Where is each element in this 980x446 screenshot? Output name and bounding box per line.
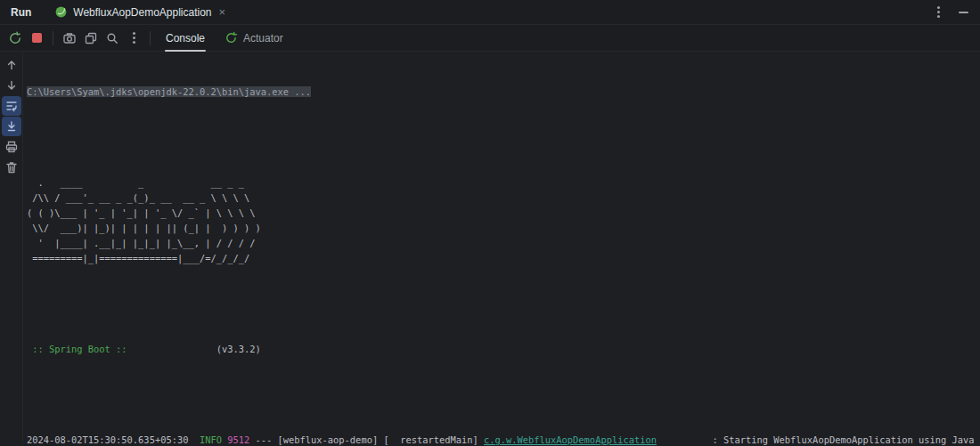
camera-icon	[62, 31, 77, 45]
log-timestamp: 2024-08-02T15:30:50.635+05:30	[27, 434, 188, 445]
spring-banner: . ____ _ __ _ _ /\\ / ___'_ __ _ _(_)_ _…	[27, 175, 980, 266]
panel-title: Run	[11, 6, 31, 19]
more-toolbar-options-button[interactable]	[124, 28, 143, 48]
run-config-tab[interactable]: WebfluxAopDemoApplication ×	[47, 0, 233, 24]
log-lines: 2024-08-02T15:30:50.635+05:30 INFO 9512 …	[27, 433, 980, 446]
tab-actuator[interactable]: Actuator	[216, 25, 292, 51]
print-button[interactable]	[2, 137, 21, 157]
stop-button[interactable]	[27, 28, 46, 48]
logger-link[interactable]: c.g.w.WebfluxAopDemoApplication	[484, 434, 657, 445]
rerun-icon	[8, 31, 22, 45]
console-scroll-area[interactable]: C:\Users\Syam\.jdks\openjdk-22.0.2\bin\j…	[23, 52, 980, 446]
search-console-button[interactable]	[102, 28, 122, 48]
minimize-icon	[959, 12, 968, 13]
spring-boot-version: (v3.3.2)	[216, 344, 261, 354]
restore-layout-button[interactable]	[81, 28, 101, 48]
console-panel: C:\Users\Syam\.jdks\openjdk-22.0.2\bin\j…	[0, 52, 980, 446]
arrow-down-icon	[4, 78, 19, 93]
scroll-to-end-icon	[4, 119, 19, 134]
hide-panel-button[interactable]	[953, 3, 973, 22]
down-stack-trace-button[interactable]	[2, 76, 21, 95]
kebab-menu-icon	[937, 11, 940, 13]
close-tab-icon[interactable]: ×	[219, 5, 226, 19]
run-toolbar: Console Actuator	[0, 25, 980, 52]
tab-actuator-label: Actuator	[243, 32, 283, 45]
scroll-to-end-button[interactable]	[2, 117, 21, 136]
tab-console-label: Console	[166, 32, 205, 45]
spring-boot-icon	[54, 5, 68, 19]
run-tab-label: WebfluxAopDemoApplication	[73, 6, 211, 19]
toolbar-separator	[150, 31, 151, 45]
trash-icon	[4, 160, 19, 174]
search-icon	[105, 31, 119, 45]
up-stack-trace-button[interactable]	[2, 55, 21, 75]
tab-console[interactable]: Console	[157, 25, 214, 51]
rerun-button[interactable]	[5, 28, 25, 48]
log-level: INFO	[200, 434, 222, 445]
thread-dump-button[interactable]	[60, 28, 79, 48]
console-output: C:\Users\Syam\.jdks\openjdk-22.0.2\bin\j…	[27, 54, 980, 446]
run-panel-header: Run WebfluxAopDemoApplication ×	[0, 0, 980, 25]
arrow-up-icon	[4, 58, 19, 72]
spring-boot-label: :: Spring Boot ::	[32, 344, 127, 354]
panel-options-button[interactable]	[928, 3, 948, 22]
log-pid: 9512	[227, 434, 249, 445]
soft-wrap-icon	[4, 99, 19, 113]
kebab-menu-icon	[133, 36, 135, 39]
soft-wrap-button[interactable]	[2, 96, 21, 116]
console-gutter	[0, 52, 23, 446]
spring-version-line: :: Spring Boot :: (v3.3.2)	[27, 342, 980, 357]
clear-all-button[interactable]	[2, 158, 21, 177]
toolbar-separator	[53, 31, 53, 45]
actuator-icon	[225, 31, 238, 45]
log-line: 2024-08-02T15:30:50.635+05:30 INFO 9512 …	[27, 433, 980, 446]
stop-icon	[32, 33, 42, 43]
command-line-text[interactable]: C:\Users\Syam\.jdks\openjdk-22.0.2\bin\j…	[27, 86, 311, 97]
print-icon	[4, 140, 19, 154]
command-line: C:\Users\Syam\.jdks\openjdk-22.0.2\bin\j…	[27, 85, 980, 100]
layers-icon	[84, 31, 98, 45]
